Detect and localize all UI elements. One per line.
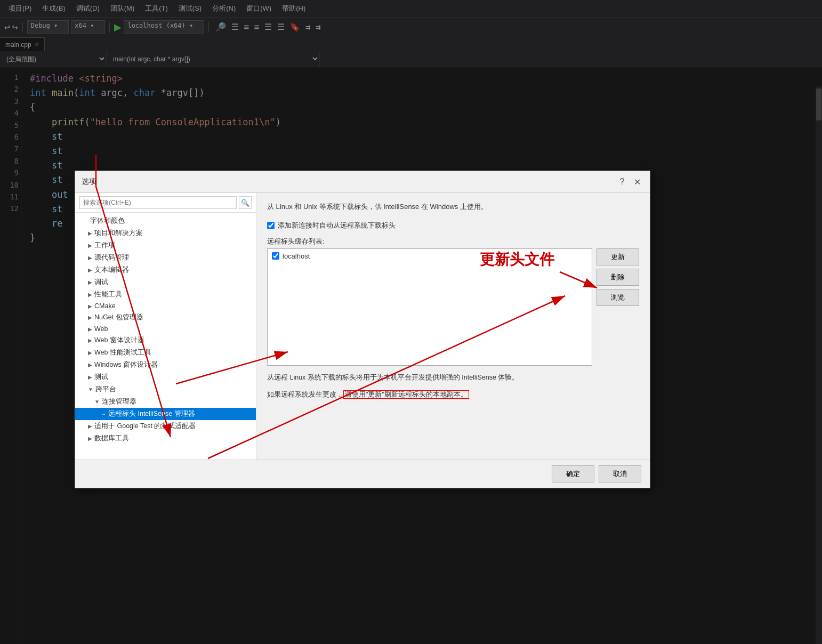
tree-arrow: ▶ [88, 267, 92, 273]
options-dialog: 选项 ? ✕ 🔍 字体和颜色 ▶ 项目和解决方案 [75, 171, 650, 488]
highlight-text: 请使用"更新"刷新远程标头的本地副本。 [343, 390, 469, 399]
tree-item-label: 源代码管理 [94, 253, 129, 262]
tree-arrow: ▶ [88, 292, 92, 297]
tree-item-label: 数据库工具 [94, 434, 129, 443]
auto-download-checkbox[interactable] [267, 222, 275, 229]
tree-item-winforms[interactable]: ▶ Windows 窗体设计器 [75, 359, 256, 371]
tree-item-web-perf[interactable]: ▶ Web 性能测试工具 [75, 347, 256, 359]
tree-item-crossplat[interactable]: ▼ 跨平台 [75, 383, 256, 396]
tree-arrow: ▶ [88, 303, 92, 309]
tree-item-label: Windows 窗体设计器 [94, 360, 158, 369]
update-btn[interactable]: 更新 [597, 248, 639, 265]
dialog-title-bar: 选项 ? ✕ [75, 171, 650, 193]
tree-item-text-editor[interactable]: ▶ 文本编辑器 [75, 264, 256, 276]
dialog-left-panel: 🔍 字体和颜色 ▶ 项目和解决方案 ▶ 工作项 ▶ 源代码管理 [75, 193, 256, 460]
tree-item-label: 跨平台 [95, 385, 116, 394]
search-input[interactable] [79, 196, 237, 209]
tree-item-connection-mgr[interactable]: ▼ 连接管理器 [75, 396, 256, 408]
tree-arrow: ▼ [94, 399, 100, 405]
auto-download-label[interactable]: 添加新连接时自动从远程系统下载标头 [278, 221, 396, 230]
tree-item-label: 适用于 Google Test 的测试适配器 [94, 422, 196, 431]
list-section: 远程标头缓存列表: localhost 更新 删除 浏览 [267, 237, 639, 366]
tree-arrow: ▶ [88, 350, 92, 356]
tree-item-projects[interactable]: ▶ 项目和解决方案 [75, 227, 256, 239]
tree-arrow: ▶ [88, 230, 92, 236]
tree-item-label: Web 窗体设计器 [94, 336, 144, 345]
tree-arrow: ▶ [88, 374, 92, 380]
action-buttons: 更新 删除 浏览 [597, 248, 639, 306]
dialog-close-btn[interactable]: ✕ [631, 175, 643, 188]
bottom-desc-2: 如果远程系统发生更改，请使用"更新"刷新远程标头的本地副本。 [267, 389, 639, 400]
tree-item-label: 性能工具 [94, 290, 122, 299]
ok-button[interactable]: 确定 [552, 465, 594, 482]
dialog-title: 选项 [82, 177, 96, 187]
tree-arrow: ▶ [88, 255, 92, 261]
dialog-body: 🔍 字体和颜色 ▶ 项目和解决方案 ▶ 工作项 ▶ 源代码管理 [75, 193, 650, 460]
tree-item-label: 项目和解决方案 [94, 229, 143, 238]
search-btn[interactable]: 🔍 [239, 196, 252, 209]
tree-arrow: ▶ [88, 243, 92, 248]
browse-btn[interactable]: 浏览 [597, 289, 639, 306]
list-item-localhost[interactable]: localhost [268, 249, 592, 263]
tree-arrow: ▶ [88, 315, 92, 320]
tree-item-debug[interactable]: ▶ 调试 [75, 276, 256, 288]
dialog-footer: 确定 取消 [75, 460, 650, 488]
tree-item-label: 文本编辑器 [94, 265, 129, 275]
tree-arrow: ▼ [88, 387, 93, 392]
tree-item-db-tools[interactable]: ▶ 数据库工具 [75, 432, 256, 445]
tree-item-label: 连接管理器 [102, 397, 136, 406]
tree-item-source-control[interactable]: ▶ 源代码管理 [75, 252, 256, 264]
tree-item-cmake[interactable]: ▶ CMake [75, 301, 256, 311]
desc-text-main: 从 Linux 和 Unix 等系统下载标头，供 IntelliSense 在 … [267, 202, 639, 212]
tree-item-workitems[interactable]: ▶ 工作项 [75, 239, 256, 252]
dialog-right-panel: 从 Linux 和 Unix 等系统下载标头，供 IntelliSense 在 … [256, 193, 650, 460]
auto-download-row: 添加新连接时自动从远程系统下载标头 [267, 221, 639, 230]
list-section-label: 远程标头缓存列表: [267, 237, 639, 246]
tree-item-label: 测试 [94, 373, 108, 382]
tree-item-remote-header[interactable]: → 远程标头 IntelliSense 管理器 [75, 408, 256, 420]
tree-item-label: 调试 [94, 278, 108, 287]
tree-arrow: → [101, 411, 106, 417]
tree-arrow: ▶ [88, 279, 92, 285]
remote-header-list[interactable]: localhost [267, 248, 592, 366]
bottom-desc-2-text: 如果远程系统发生更改， [267, 391, 343, 398]
tree-item-web[interactable]: ▶ Web [75, 324, 256, 334]
bottom-desc-1: 从远程 Linux 系统下载的标头将用于为本机平台开发提供增强的 Intelli… [267, 372, 639, 383]
tree-arrow: ▶ [88, 326, 92, 332]
tree-area[interactable]: 字体和颜色 ▶ 项目和解决方案 ▶ 工作项 ▶ 源代码管理 ▶ 文本编辑器 [75, 213, 256, 460]
cancel-button[interactable]: 取消 [599, 465, 641, 482]
search-box: 🔍 [75, 193, 256, 213]
tree-item-label: Web 性能测试工具 [94, 348, 151, 357]
tree-item-nuget[interactable]: ▶ NuGet 包管理器 [75, 311, 256, 324]
dialog-help-btn[interactable]: ? [616, 175, 628, 188]
tree-arrow: ▶ [88, 362, 92, 368]
tree-arrow: ▶ [88, 436, 92, 441]
tree-item-label: 工作项 [94, 241, 115, 250]
tree-item-web-forms[interactable]: ▶ Web 窗体设计器 [75, 334, 256, 347]
tree-arrow: ▶ [88, 337, 92, 343]
tree-item-test[interactable]: ▶ 测试 [75, 371, 256, 383]
tree-item-fonts[interactable]: 字体和颜色 [75, 215, 256, 227]
tree-item-perf-tools[interactable]: ▶ 性能工具 [75, 288, 256, 301]
tree-item-label: 字体和颜色 [90, 216, 125, 226]
tree-item-label: NuGet 包管理器 [94, 313, 143, 322]
localhost-checkbox[interactable] [272, 252, 279, 260]
tree-arrow: ▶ [88, 423, 92, 429]
list-row-container: localhost 更新 删除 浏览 [267, 248, 639, 366]
tree-item-google-test[interactable]: ▶ 适用于 Google Test 的测试适配器 [75, 420, 256, 432]
localhost-label: localhost [283, 252, 310, 260]
tree-item-label: CMake [94, 302, 116, 310]
delete-btn[interactable]: 删除 [597, 269, 639, 286]
tree-item-label: 远程标头 IntelliSense 管理器 [108, 409, 195, 418]
dialog-title-buttons: ? ✕ [616, 175, 643, 188]
tree-item-label: Web [94, 325, 108, 333]
